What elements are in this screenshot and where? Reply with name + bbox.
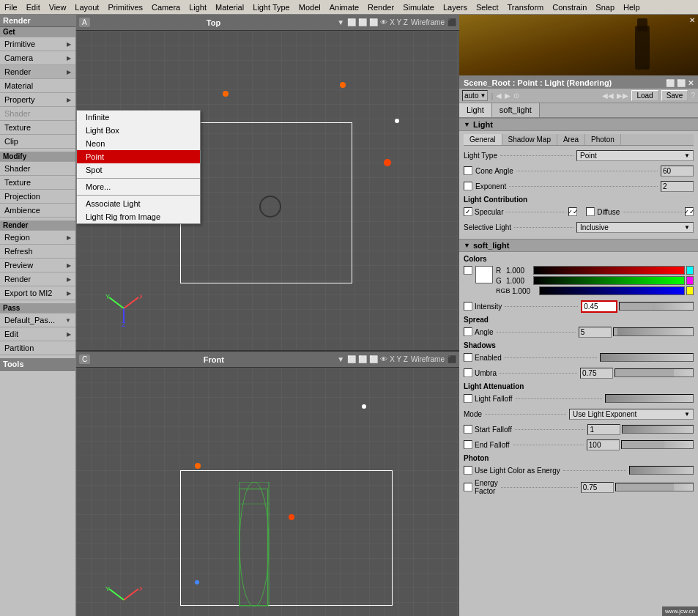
chevron-down-icon-2[interactable]: ▼ (337, 355, 344, 363)
start-falloff-checkbox[interactable] (464, 425, 472, 434)
viewport-label-a[interactable]: A (79, 18, 90, 27)
sidebar-btn-edit[interactable]: Edit▶ (0, 327, 75, 341)
falloff-slider[interactable] (605, 394, 694, 403)
cone-angle-checkbox[interactable] (464, 166, 472, 175)
sidebar-btn-shader-modify[interactable]: Shader (0, 162, 75, 176)
selective-light-select[interactable]: Inclusive ▼ (576, 222, 694, 233)
colors-checkbox[interactable] (464, 266, 472, 275)
menu-material[interactable]: Material (211, 1, 248, 13)
intensity-input[interactable] (581, 300, 617, 313)
diffuse-value-check[interactable]: ✓ (685, 207, 694, 216)
toolbar-nav-1[interactable]: ◀ (496, 92, 502, 100)
light-type-select[interactable]: Point ▼ (576, 150, 694, 161)
sub-tab-area[interactable]: Area (557, 134, 585, 145)
menu-help[interactable]: Help (619, 1, 645, 13)
menu-camera[interactable]: Camera (147, 1, 185, 13)
energy-factor-slider[interactable] (615, 483, 694, 491)
panel-icon-2[interactable]: ⬜ (677, 79, 686, 87)
menu-animate[interactable]: Animate (325, 1, 363, 13)
menu-file[interactable]: File (0, 1, 22, 13)
mode-select[interactable]: Use Light Exponent ▼ (569, 409, 694, 420)
sidebar-btn-projection[interactable]: Projection (0, 190, 75, 204)
vp-icon-1[interactable]: ⬜ (347, 18, 356, 26)
dropdown-neon[interactable]: Neon (77, 137, 200, 150)
sidebar-btn-camera[interactable]: Camera▶ (0, 51, 75, 65)
sidebar-btn-ambience[interactable]: Ambience (0, 204, 75, 218)
toolbar-icon-snap[interactable]: ⊙ (513, 92, 519, 100)
soft-light-header[interactable]: ▼ soft_light (459, 239, 698, 252)
exponent-checkbox[interactable] (464, 182, 472, 190)
sidebar-btn-preview[interactable]: Preview▶ (0, 259, 75, 272)
light-object-3[interactable] (384, 159, 391, 166)
save-button[interactable]: Save (661, 90, 688, 101)
ulc-slider[interactable] (629, 466, 694, 475)
umbra-checkbox[interactable] (464, 368, 472, 377)
angle-checkbox[interactable] (464, 327, 472, 336)
energy-factor-input[interactable] (581, 482, 614, 493)
dropdown-point[interactable]: Point (77, 150, 200, 163)
vp-icon-b2[interactable]: ⬜ (358, 355, 367, 363)
menu-edit[interactable]: Edit (22, 1, 45, 13)
enabled-checkbox[interactable] (464, 353, 472, 362)
auto-select[interactable]: auto ▼ (462, 90, 488, 101)
menu-transform[interactable]: Transform (503, 1, 549, 13)
sidebar-btn-property[interactable]: Property▶ (0, 93, 75, 107)
viewport-label-c[interactable]: C (79, 355, 90, 364)
specular-checkbox[interactable] (464, 207, 472, 216)
start-falloff-input[interactable] (587, 424, 620, 435)
maximize-icon[interactable]: ⬛ (448, 18, 456, 26)
cone-angle-input[interactable] (661, 166, 694, 177)
b-bar[interactable] (539, 286, 685, 295)
sidebar-btn-light[interactable]: Render▶ (0, 65, 75, 79)
toolbar-nav-2[interactable]: ▶ (505, 92, 510, 100)
umbra-input[interactable] (580, 368, 613, 379)
chevron-down-icon[interactable]: ▼ (337, 18, 344, 26)
panel-icon-1[interactable]: ⬜ (666, 79, 675, 87)
g-bar[interactable] (533, 276, 685, 285)
sidebar-btn-render[interactable]: Render▶ (0, 272, 75, 286)
dropdown-lightbox[interactable]: Light Box (77, 124, 200, 137)
menu-render[interactable]: Render (363, 1, 398, 13)
eye-icon[interactable]: 👁 (380, 18, 387, 26)
angle-input[interactable] (579, 327, 612, 338)
sub-tab-photon[interactable]: Photon (585, 134, 621, 145)
diffuse-checkbox[interactable] (586, 207, 595, 216)
menu-property[interactable]: Light Type (248, 1, 294, 13)
menu-select[interactable]: Select (472, 1, 503, 13)
sidebar-btn-default-pass[interactable]: Default_Pas...▼ (0, 313, 75, 327)
color-swatch[interactable] (475, 266, 493, 283)
load-button[interactable]: Load (631, 90, 658, 101)
sub-tab-general[interactable]: General (464, 134, 502, 145)
light-dot-white[interactable] (395, 119, 399, 123)
energy-factor-checkbox[interactable] (464, 483, 472, 491)
menu-primitives[interactable]: Primitives (103, 1, 147, 13)
end-falloff-slider[interactable] (621, 440, 694, 449)
enabled-slider[interactable] (600, 353, 694, 362)
sidebar-btn-primitive[interactable]: Primitive▶ (0, 37, 75, 51)
menu-layout[interactable]: Layout (70, 1, 103, 13)
toolbar-icon-4[interactable]: ▶▶ (617, 92, 628, 100)
camera-options-icon[interactable]: ✕ (689, 16, 695, 24)
sidebar-btn-texture[interactable]: Texture (0, 121, 75, 135)
menu-light[interactable]: Light (185, 1, 211, 13)
dropdown-spot[interactable]: Spot (77, 163, 200, 177)
umbra-slider[interactable] (615, 368, 694, 377)
intensity-checkbox[interactable] (464, 302, 472, 311)
tab-soft-light[interactable]: soft_light (492, 103, 540, 117)
eye-icon-b[interactable]: 👁 (380, 355, 387, 363)
dropdown-more[interactable]: More... (77, 180, 200, 193)
sub-tab-shadow[interactable]: Shadow Map (502, 134, 557, 145)
light-section-header[interactable]: ▼ Light (459, 118, 698, 131)
start-falloff-slider[interactable] (622, 425, 694, 434)
viewport-grid-bottom[interactable]: X Y (76, 368, 459, 616)
sidebar-btn-material[interactable]: Material (0, 79, 75, 93)
vp-icon-2[interactable]: ⬜ (358, 18, 367, 26)
help-icon[interactable]: ? (691, 92, 695, 100)
panel-icon-close[interactable]: ✕ (688, 79, 694, 87)
menu-constrain[interactable]: Constrain (548, 1, 591, 13)
menu-model[interactable]: Model (294, 1, 325, 13)
light-front-white[interactable] (362, 404, 366, 409)
dropdown-associate-light[interactable]: Associate Light (77, 197, 200, 210)
sidebar-btn-clip[interactable]: Clip (0, 135, 75, 149)
vp-icon-b3[interactable]: ⬜ (369, 355, 378, 363)
